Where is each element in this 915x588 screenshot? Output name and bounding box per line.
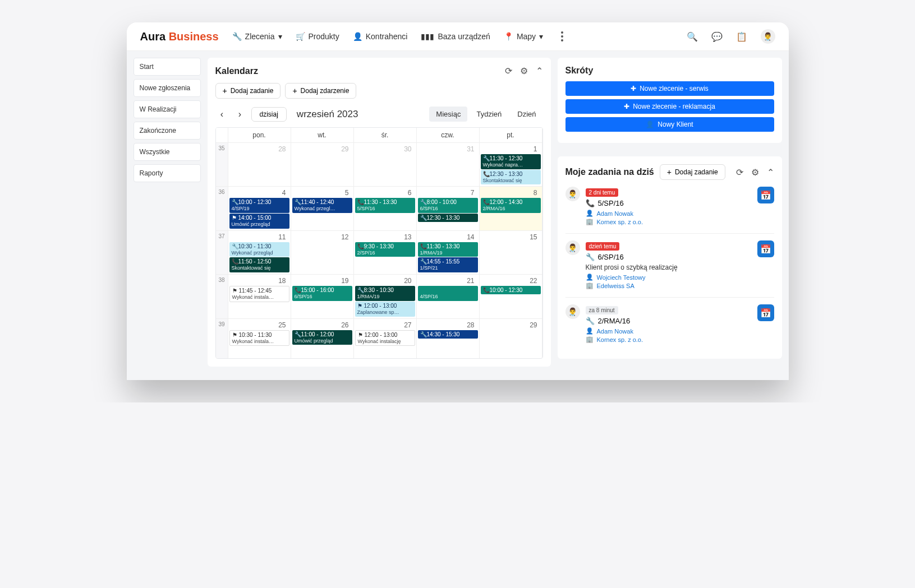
nav-baza-label: Baza urządzeń [438, 32, 490, 41]
calendar-event[interactable]: ⚑10:30 - 11:30Wykonać instala… [229, 330, 289, 346]
nav-mapy[interactable]: 📍 Mapy ▾ [504, 32, 543, 41]
calendar-event[interactable]: 🔧11:00 - 12:00Umówić przegląd [292, 330, 352, 345]
day-cell[interactable]: 4🔧10:00 - 12:304/SP/19⚑14:00 - 15:00Umów… [228, 187, 291, 230]
calendar-event[interactable]: 🔧11:40 - 12:40Wykonać przegl… [292, 198, 352, 213]
calendar-event[interactable]: ⚑14:00 - 15:00Umówić przegląd [229, 214, 289, 229]
calendar-event[interactable]: 🔧10:00 - 12:304/SP/19 [229, 198, 289, 213]
calendar-event[interactable]: 📞11:50 - 12:50Skontaktować się [229, 257, 289, 272]
calendar-event[interactable]: 🔧12:30 - 13:30 [418, 214, 478, 222]
task-calendar-button[interactable]: 📅 [757, 187, 774, 203]
sidebar-item-0[interactable]: Start [134, 58, 201, 76]
sidebar-item-2[interactable]: W Realizacji [134, 100, 201, 118]
calendar-event[interactable]: 📞11:30 - 13:301/RMA/19 [418, 242, 478, 257]
sidebar-item-4[interactable]: Wszystkie [134, 143, 201, 161]
shortcut-button-1[interactable]: ✚Nowe zlecenie - reklamacja [565, 99, 774, 114]
more-menu[interactable] [557, 31, 568, 42]
task-title[interactable]: 🔧2/RMA/16 [586, 317, 752, 325]
search-button[interactable]: 🔍 [687, 31, 698, 42]
task-company[interactable]: 🏢Kornex sp. z o.o. [586, 218, 752, 225]
calendar-event[interactable]: 🔧10:30 - 11:30Wykonać przegląd [229, 242, 289, 257]
shortcut-button-2[interactable]: 👤Nowy Klient [565, 117, 774, 132]
calendar-event[interactable]: 📞12:30 - 13:30Skontaktować się [481, 170, 541, 185]
gear-icon[interactable]: ⚙ [751, 167, 759, 178]
day-cell[interactable]: 15 [480, 231, 542, 274]
chat-button[interactable]: 💬 [711, 31, 723, 42]
day-cell[interactable]: 31 [417, 143, 480, 186]
day-cell[interactable]: 20🔧8:30 - 10:301/RMA/19⚑12:00 - 13:00Zap… [354, 275, 417, 318]
add-task-button-2[interactable]: + Dodaj zadanie [660, 164, 725, 180]
sidebar-item-1[interactable]: Nowe zgłoszenia [134, 79, 201, 97]
view-tab-miesiąc[interactable]: Miesiąc [429, 107, 467, 122]
calendar-event[interactable]: 4/SP/16 [418, 286, 478, 301]
task-title[interactable]: 🔧6/SP/16 [586, 253, 752, 261]
day-cell[interactable]: 214/SP/16 [417, 275, 480, 318]
task-calendar-button[interactable]: 📅 [757, 240, 774, 257]
calendar-event[interactable]: 📞15:00 - 16:006/SP/16 [292, 286, 352, 301]
calendar-event[interactable]: 📞11:30 - 13:305/SP/16 [355, 198, 415, 213]
nav-kontrahenci[interactable]: 👤 Kontrahenci [353, 32, 408, 41]
day-cell[interactable]: 28 [228, 143, 291, 186]
calendar-event[interactable]: 📞9:30 - 13:302/SP/16 [355, 242, 415, 257]
day-cell[interactable]: 26🔧11:00 - 12:00Umówić przegląd [291, 319, 354, 358]
clipboard-button[interactable]: 📋 [736, 31, 747, 42]
day-cell[interactable]: 8📞12:00 - 14:302/RMA/16 [480, 187, 542, 230]
chevron-up-icon[interactable]: ⌃ [536, 66, 543, 76]
day-cell[interactable]: 5🔧11:40 - 12:40Wykonać przegl… [291, 187, 354, 230]
refresh-icon[interactable]: ⟳ [505, 66, 512, 76]
calendar-event[interactable]: ⚑12:00 - 13:00Wykonać instalację [355, 330, 415, 346]
day-cell[interactable]: 29 [480, 319, 542, 358]
day-cell[interactable]: 27⚑12:00 - 13:00Wykonać instalację [354, 319, 417, 358]
task-person[interactable]: 👤Adam Nowak [586, 210, 752, 217]
day-cell[interactable]: 30 [354, 143, 417, 186]
task-company[interactable]: 🏢Kornex sp. z o.o. [586, 336, 752, 343]
nav-baza[interactable]: ▮▮▮ Baza urządzeń [421, 32, 490, 41]
user-avatar[interactable]: 👨‍⚕️ [761, 29, 775, 44]
next-month[interactable]: › [233, 108, 247, 121]
task-person[interactable]: 👤Wojciech Testowy [586, 274, 752, 281]
calendar-event[interactable]: ⚑11:45 - 12:45Wykonać instala… [229, 286, 289, 302]
add-event-button[interactable]: + Dodaj zdarzenie [285, 83, 356, 99]
day-cell[interactable]: 28🔧14:30 - 15:30 [417, 319, 480, 358]
event-icon: 📞 [483, 198, 489, 206]
day-cell[interactable]: 25⚑10:30 - 11:30Wykonać instala… [228, 319, 291, 358]
day-cell[interactable]: 22📞10:00 - 12:30 [480, 275, 542, 318]
calendar-event[interactable]: 🔧8:30 - 10:301/RMA/19 [355, 286, 415, 301]
calendar-event[interactable]: 🔧11:30 - 12:30Wykonać napra… [481, 154, 541, 169]
calendar-nav: ‹ › dzisiaj wrzesień 2023 MiesiącTydzień… [215, 107, 543, 122]
task-company[interactable]: 🏢Edelweiss SA [586, 282, 752, 289]
day-cell[interactable]: 29 [291, 143, 354, 186]
sidebar-item-3[interactable]: Zakończone [134, 122, 201, 140]
task-person[interactable]: 👤Adam Nowak [586, 327, 752, 335]
day-cell[interactable]: 14📞11:30 - 13:301/RMA/19🔧14:55 - 15:551/… [417, 231, 480, 274]
nav-zlecenia[interactable]: 🔧 Zlecenia ▾ [232, 32, 282, 41]
refresh-icon[interactable]: ⟳ [736, 167, 743, 178]
view-tab-dzień[interactable]: Dzień [511, 107, 542, 122]
day-cell[interactable]: 12 [291, 231, 354, 274]
day-cell[interactable]: 11🔧10:30 - 11:30Wykonać przegląd📞11:50 -… [228, 231, 291, 274]
task-type-icon: 🔧 [586, 253, 595, 261]
calendar-event[interactable]: 🔧14:55 - 15:551/SP/21 [418, 257, 478, 272]
day-cell[interactable]: 18⚑11:45 - 12:45Wykonać instala… [228, 275, 291, 318]
day-cell[interactable]: 13📞9:30 - 13:302/SP/16 [354, 231, 417, 274]
add-task-button[interactable]: + Dodaj zadanie [215, 83, 281, 99]
calendar-event[interactable]: 📞10:00 - 12:30 [481, 286, 541, 294]
task-title[interactable]: 📞5/SP/16 [586, 199, 752, 207]
chevron-up-icon[interactable]: ⌃ [767, 167, 774, 178]
calendar-event[interactable]: ⚑12:00 - 13:00Zaplanowane sp… [355, 302, 415, 317]
event-icon: 🔧 [420, 198, 426, 206]
shortcut-button-0[interactable]: ✚Nowe zlecenie - serwis [565, 81, 774, 96]
today-button[interactable]: dzisiaj [251, 107, 287, 122]
gear-icon[interactable]: ⚙ [520, 66, 528, 76]
day-cell[interactable]: 6📞11:30 - 13:305/SP/16 [354, 187, 417, 230]
prev-month[interactable]: ‹ [215, 108, 229, 121]
task-calendar-button[interactable]: 📅 [757, 304, 774, 321]
calendar-event[interactable]: 🔧8:00 - 10:006/SP/16 [418, 198, 478, 213]
view-tab-tydzień[interactable]: Tydzień [470, 107, 508, 122]
calendar-event[interactable]: 📞12:00 - 14:302/RMA/16 [481, 198, 541, 213]
sidebar-item-5[interactable]: Raporty [134, 164, 201, 182]
day-cell[interactable]: 19📞15:00 - 16:006/SP/16 [291, 275, 354, 318]
day-cell[interactable]: 7🔧8:00 - 10:006/SP/16🔧12:30 - 13:30 [417, 187, 480, 230]
nav-produkty[interactable]: 🛒 Produkty [296, 32, 339, 41]
calendar-event[interactable]: 🔧14:30 - 15:30 [418, 330, 478, 339]
day-cell[interactable]: 1🔧11:30 - 12:30Wykonać napra…📞12:30 - 13… [480, 143, 542, 186]
